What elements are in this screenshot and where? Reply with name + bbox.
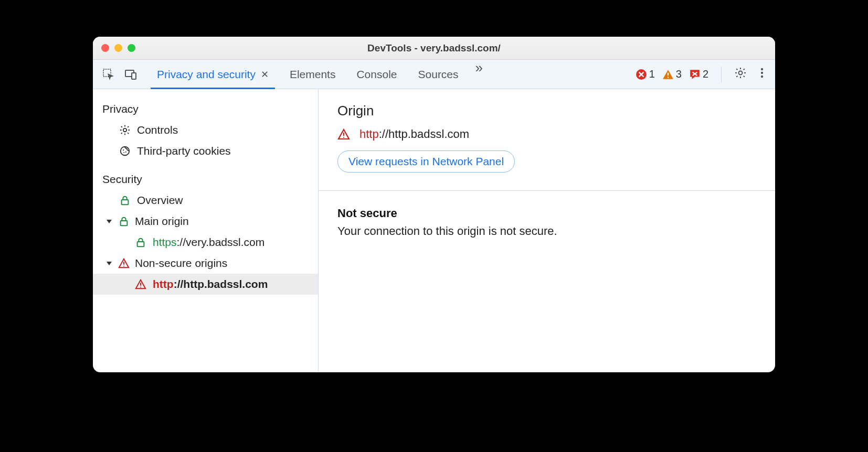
lock-icon <box>118 216 130 227</box>
issues-badge[interactable]: 2 <box>689 68 708 80</box>
svg-point-9 <box>761 76 763 78</box>
gear-icon <box>734 67 747 79</box>
sidebar-item-overview[interactable]: Overview <box>93 190 318 211</box>
more-menu-button[interactable] <box>754 67 770 82</box>
tab-privacy-security[interactable]: Privacy and security ✕ <box>146 60 279 89</box>
svg-point-14 <box>123 152 124 153</box>
devtools-toolbar: Privacy and security ✕ Elements Console … <box>93 60 775 89</box>
close-tab-icon[interactable]: ✕ <box>261 69 269 80</box>
panel-body: Privacy Controls Third-party cookies <box>93 89 775 372</box>
security-status-block: Not secure Your connection to this origi… <box>319 191 775 254</box>
svg-point-6 <box>739 71 743 75</box>
tab-label: Elements <box>290 68 336 81</box>
warnings-badge[interactable]: 3 <box>662 68 682 80</box>
url-scheme: https <box>153 236 177 248</box>
sidebar-item-cookies[interactable]: Third-party cookies <box>93 141 318 162</box>
url-rest: ://very.badssl.com <box>177 236 265 248</box>
minimize-window-button[interactable] <box>114 44 122 52</box>
url-rest: ://http.badssl.com <box>379 127 469 141</box>
sidebar-item-origin-secure[interactable]: https://very.badssl.com <box>93 232 318 253</box>
warning-triangle-icon <box>118 257 130 269</box>
warning-triangle-icon <box>135 278 146 290</box>
more-tabs-button[interactable]: » <box>469 60 489 89</box>
status-title: Not secure <box>337 207 756 220</box>
group-title-privacy: Privacy <box>93 99 318 120</box>
warnings-count: 3 <box>676 68 682 80</box>
origin-row: http://http.badssl.com <box>337 127 756 141</box>
device-toolbar-icon[interactable] <box>124 68 137 81</box>
svg-point-10 <box>123 128 126 132</box>
svg-point-19 <box>123 266 124 267</box>
svg-rect-4 <box>668 72 669 76</box>
svg-rect-5 <box>668 77 669 78</box>
settings-button[interactable] <box>734 67 747 82</box>
errors-badge[interactable]: 1 <box>636 68 655 80</box>
url-scheme: http <box>359 127 379 141</box>
warning-icon <box>662 69 674 80</box>
tab-elements[interactable]: Elements <box>279 60 346 89</box>
sidebar-item-origin-insecure[interactable]: http://http.badssl.com <box>93 274 318 295</box>
kebab-icon <box>760 67 764 79</box>
tab-label: Sources <box>418 68 459 81</box>
lock-icon <box>135 236 146 248</box>
close-window-button[interactable] <box>101 44 109 52</box>
traffic-lights <box>101 44 135 52</box>
tab-sources[interactable]: Sources <box>408 60 469 89</box>
svg-rect-2 <box>132 73 136 79</box>
issues-count: 2 <box>703 68 708 80</box>
tab-label: Console <box>356 68 397 81</box>
sidebar-item-label: Non-secure origins <box>135 257 227 270</box>
origin-detail-panel: Origin http://http.badssl.com View reque… <box>319 89 775 372</box>
error-icon <box>636 69 647 80</box>
svg-point-7 <box>761 68 763 70</box>
lock-icon <box>119 195 131 206</box>
tab-console[interactable]: Console <box>346 60 407 89</box>
origin-url: http://http.badssl.com <box>359 127 469 141</box>
window-titlebar: DevTools - very.badssl.com/ <box>93 37 775 60</box>
sidebar-item-label: Main origin <box>135 215 189 228</box>
security-sidebar: Privacy Controls Third-party cookies <box>93 89 319 372</box>
view-network-requests-button[interactable]: View requests in Network Panel <box>337 150 515 173</box>
origin-url: http://http.badssl.com <box>153 278 268 290</box>
chevron-down-icon <box>107 262 112 265</box>
svg-point-21 <box>140 287 141 288</box>
sidebar-item-controls[interactable]: Controls <box>93 120 318 141</box>
tab-label: Privacy and security <box>157 68 256 81</box>
svg-rect-16 <box>121 221 128 225</box>
sidebar-item-main-origin[interactable]: Main origin <box>93 211 318 232</box>
gear-icon <box>119 124 131 136</box>
separator <box>721 67 722 82</box>
svg-point-12 <box>123 149 124 150</box>
url-rest: ://http.badssl.com <box>174 278 268 290</box>
devtools-window: DevTools - very.badssl.com/ Privacy and … <box>93 37 775 372</box>
issue-icon <box>689 69 701 80</box>
svg-point-13 <box>125 152 126 153</box>
svg-rect-15 <box>122 200 129 205</box>
cookie-icon <box>119 145 131 157</box>
sidebar-item-label: Overview <box>137 194 183 207</box>
group-title-security: Security <box>93 169 318 190</box>
origin-url: https://very.badssl.com <box>153 236 264 249</box>
status-body: Your connection to this origin is not se… <box>337 224 756 238</box>
inspect-element-icon[interactable] <box>102 68 115 81</box>
origin-block: Origin http://http.badssl.com View reque… <box>319 89 775 191</box>
svg-rect-17 <box>137 242 144 246</box>
window-title: DevTools - very.badssl.com/ <box>93 42 775 54</box>
warning-triangle-icon <box>337 128 350 141</box>
sidebar-item-label: Controls <box>137 124 178 136</box>
sidebar-item-label: Third-party cookies <box>137 145 231 157</box>
zoom-window-button[interactable] <box>128 44 135 52</box>
svg-point-23 <box>343 137 344 138</box>
sidebar-item-nonsecure-origins[interactable]: Non-secure origins <box>93 253 318 274</box>
url-scheme: http <box>153 278 174 290</box>
origin-heading: Origin <box>337 103 756 119</box>
chevron-down-icon <box>107 220 112 223</box>
svg-point-8 <box>761 72 763 74</box>
errors-count: 1 <box>649 68 655 80</box>
